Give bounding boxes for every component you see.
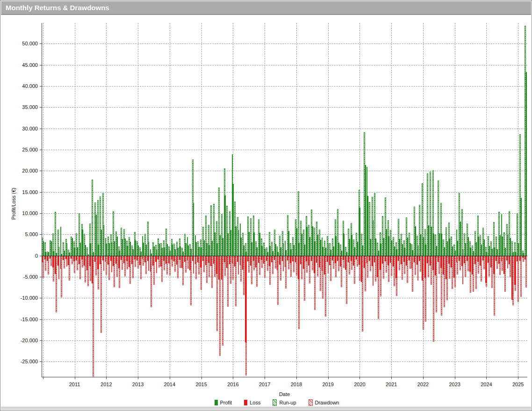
bar-profit xyxy=(259,233,260,256)
x-tick-label: 2019 xyxy=(319,382,338,387)
bar-profit xyxy=(502,237,503,256)
window-bottom-edge xyxy=(1,407,531,410)
x-tick-label: 2023 xyxy=(446,382,464,387)
bar-profit xyxy=(301,234,302,256)
bar-profit xyxy=(365,165,366,256)
bar-profit xyxy=(208,245,210,256)
bar-profit xyxy=(127,246,128,256)
bar-profit xyxy=(193,203,194,255)
bar-profit xyxy=(214,232,216,256)
gridline-vertical xyxy=(170,23,170,377)
bar-profit xyxy=(140,252,142,256)
bar-profit xyxy=(240,238,242,256)
bar-loss xyxy=(374,256,375,263)
bar-profit xyxy=(283,243,284,255)
bar-loss xyxy=(184,256,186,262)
bar-loss xyxy=(446,256,447,279)
bar-loss xyxy=(150,256,151,272)
bar-loss xyxy=(58,256,59,266)
bar-loss xyxy=(329,256,331,265)
bar-profit xyxy=(373,220,374,256)
bar-loss xyxy=(298,256,299,279)
bar-profit xyxy=(510,238,511,256)
bar-loss xyxy=(261,256,262,260)
y-tick xyxy=(40,340,42,341)
x-tick xyxy=(486,377,487,379)
bar-profit xyxy=(216,243,218,255)
bar-profit xyxy=(449,238,450,256)
bar-profit xyxy=(230,230,231,255)
bar-loss xyxy=(152,256,154,266)
bar-profit xyxy=(388,236,389,256)
bar-loss xyxy=(469,256,471,272)
bar-profit xyxy=(82,230,83,256)
bar-loss xyxy=(409,256,410,260)
bar-profit xyxy=(153,246,155,256)
legend-item-profit: Profit xyxy=(215,400,232,405)
bar-profit xyxy=(410,243,411,256)
bar-loss xyxy=(359,256,360,265)
bar-profit xyxy=(124,238,126,256)
bar-loss xyxy=(189,256,191,270)
bar-profit xyxy=(473,251,474,256)
bar-loss xyxy=(348,256,349,263)
bar-loss xyxy=(55,256,56,274)
bar-loss xyxy=(160,256,162,267)
bar-loss xyxy=(258,256,259,263)
bar-loss xyxy=(197,256,199,263)
bar-profit xyxy=(298,243,300,256)
bar-runup xyxy=(92,180,93,255)
x-tick-label: 2013 xyxy=(129,382,147,387)
gridline-vertical xyxy=(486,23,487,377)
bar-profit xyxy=(211,241,213,256)
bar-profit xyxy=(380,244,381,255)
x-tick xyxy=(201,377,202,379)
bar-profit xyxy=(201,247,202,256)
gridline-vertical xyxy=(201,23,202,377)
bar-profit xyxy=(238,230,239,255)
x-tick-label: 2015 xyxy=(192,382,211,387)
bar-profit xyxy=(496,249,498,256)
bar-loss xyxy=(467,256,468,261)
bar-loss xyxy=(493,256,495,274)
bar-profit xyxy=(224,195,226,256)
bar-loss xyxy=(316,256,317,263)
bar-profit xyxy=(499,235,501,256)
bar-profit xyxy=(333,246,334,256)
bar-loss xyxy=(453,256,455,278)
bar-profit xyxy=(341,251,342,256)
bar-loss xyxy=(385,256,386,262)
window-titlebar[interactable]: Monthly Returns & Drawdowns xyxy=(1,1,531,15)
bar-loss xyxy=(485,256,487,283)
y-tick-label: 30.000 xyxy=(14,126,38,131)
bar-profit xyxy=(346,252,347,256)
x-tick xyxy=(296,377,297,379)
bar-loss xyxy=(234,256,236,267)
bar-loss xyxy=(121,256,122,260)
bar-profit xyxy=(507,235,509,255)
bar-loss xyxy=(226,256,228,268)
x-tick-label: 2021 xyxy=(382,382,401,387)
bar-loss xyxy=(89,256,91,267)
bar-loss xyxy=(308,256,309,266)
bar-profit xyxy=(470,248,471,255)
bar-loss xyxy=(377,256,378,277)
bar-profit xyxy=(198,247,200,256)
bar-loss xyxy=(224,256,225,263)
bar-loss xyxy=(472,256,473,274)
bar-profit xyxy=(169,251,171,256)
y-tick-label: 45.000 xyxy=(14,62,38,68)
bar-profit xyxy=(72,238,73,256)
bar-profit xyxy=(245,252,247,256)
bar-loss xyxy=(287,256,288,260)
bar-loss xyxy=(430,256,431,266)
bar-profit xyxy=(203,240,205,256)
bar-loss xyxy=(250,256,252,266)
bar-loss xyxy=(388,256,389,265)
bar-profit xyxy=(156,250,158,256)
bar-loss xyxy=(52,256,54,267)
y-tick xyxy=(40,319,42,320)
bar-profit xyxy=(161,248,163,255)
gridline-vertical xyxy=(75,23,75,377)
bar-profit xyxy=(143,243,144,256)
